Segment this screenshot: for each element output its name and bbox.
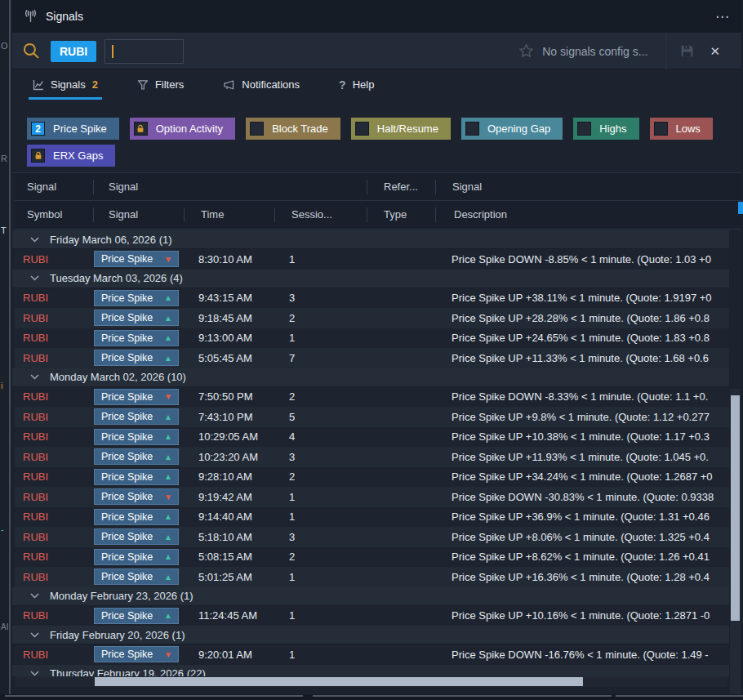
signal-row[interactable]: RUBI Price Spike ▲ 9:14:40 AM 1 Price Sp… [15,507,729,528]
signal-type-chip[interactable]: Price Spike ▼ [94,646,179,662]
date-group-row[interactable]: Thursday February 19, 2026 (22) [12,665,729,677]
symbol-cell[interactable]: RUBI [15,551,91,563]
signal-row[interactable]: RUBI Price Spike ▲ 11:24:45 AM 1 Price S… [15,606,729,626]
signal-row[interactable]: RUBI Price Spike ▲ 5:18:10 AM 3 Price Sp… [15,527,729,547]
date-group-row[interactable]: Monday March 02, 2026 (10) [12,368,729,387]
signal-type-chip[interactable]: Price Spike ▲ [94,469,179,485]
symbol-cell[interactable]: RUBI [15,531,91,543]
signal-type-chip[interactable]: Price Spike ▲ [94,350,179,366]
signal-row[interactable]: RUBI Price Spike ▲ 9:28:10 AM 2 Price Sp… [15,467,729,488]
close-icon[interactable]: ✕ [708,44,732,59]
symbol-cell[interactable]: RUBI [15,470,91,483]
symbol-cell[interactable]: RUBI [15,253,91,265]
date-group-row[interactable]: Tuesday March 03, 2026 (4) [12,270,729,288]
symbol-chip[interactable]: RUBI [51,41,96,62]
filter-chip-erx-gaps[interactable]: ERX Gaps [27,145,115,167]
filter-checkbox[interactable] [577,122,591,136]
symbol-cell[interactable]: RUBI [15,390,91,403]
signal-type-chip[interactable]: Price Spike ▼ [94,488,179,505]
filter-checkbox[interactable] [355,122,369,136]
filter-checkbox[interactable] [250,122,264,136]
signal-row[interactable]: RUBI Price Spike ▲ 7:43:10 PM 5 Price Sp… [15,407,729,427]
signal-type-chip[interactable]: Price Spike ▲ [94,509,179,525]
horizontal-scrollbar[interactable] [15,676,727,687]
window-menu-button[interactable]: ⋯ [715,8,730,25]
date-group-row[interactable]: Friday March 06, 2026 (1) [12,230,729,249]
column-header-symbol[interactable]: Symbol [15,207,94,222]
signal-row[interactable]: RUBI Price Spike ▲ 5:01:25 AM 1 Price Sp… [15,567,729,587]
signal-row[interactable]: RUBI Price Spike ▼ 8:30:10 AM 1 Price Sp… [15,249,729,270]
save-button[interactable] [666,43,708,59]
date-group-row[interactable]: Monday February 23, 2026 (1) [12,587,729,606]
column-header-type[interactable]: Type [367,207,436,222]
vertical-scrollbar[interactable] [730,389,741,700]
symbol-cell[interactable]: RUBI [15,332,91,344]
symbol-cell[interactable]: RUBI [15,292,91,304]
group-header[interactable]: Signal [94,180,367,194]
symbol-cell[interactable]: RUBI [15,312,91,324]
symbol-cell[interactable]: RUBI [15,609,91,622]
column-header-description[interactable]: Description [436,207,741,222]
column-header-signal[interactable]: Signal [94,207,185,222]
tab-filters[interactable]: Filters [137,69,184,100]
signal-type-chip[interactable]: Price Spike ▲ [94,549,179,565]
column-header-session[interactable]: Sessio... [275,207,367,222]
symbol-cell[interactable]: RUBI [15,430,91,443]
chevron-down-icon[interactable] [30,671,39,676]
tab-notifications[interactable]: Notifications [223,69,300,100]
tab-help[interactable]: ? Help [339,69,374,100]
search-input[interactable] [105,39,184,64]
signal-row[interactable]: RUBI Price Spike ▼ 9:20:01 AM 1 Price Sp… [15,644,729,665]
title-bar[interactable]: Signals ⋯ [12,0,741,33]
chevron-down-icon[interactable] [30,237,39,243]
signal-type-chip[interactable]: Price Spike ▲ [94,429,179,445]
chevron-down-icon[interactable] [30,374,39,380]
filter-chip-highs[interactable]: Highs [573,118,638,140]
filter-chip-halt-resume[interactable]: Halt/Resume [351,118,451,140]
symbol-cell[interactable]: RUBI [15,411,91,423]
filter-chip-opening-gap[interactable]: Opening Gap [461,118,563,140]
signal-type-chip[interactable]: Price Spike ▲ [94,408,179,425]
symbol-cell[interactable]: RUBI [15,491,91,503]
signal-type-chip[interactable]: Price Spike ▲ [94,330,179,346]
filter-chip-price-spike[interactable]: 2 Price Spike [27,118,119,140]
symbol-cell[interactable]: RUBI [15,511,91,523]
signal-type-chip[interactable]: Price Spike ▲ [94,290,179,306]
chevron-down-icon[interactable] [30,593,39,599]
symbol-cell[interactable]: RUBI [15,352,91,364]
signal-type-chip[interactable]: Price Spike ▲ [94,448,179,465]
vertical-scrollbar-thumb[interactable] [731,395,740,621]
signal-row[interactable]: RUBI Price Spike ▲ 5:08:15 AM 2 Price Sp… [15,547,729,568]
filter-chip-option-activity[interactable]: Option Activity [130,118,235,140]
tab-signals[interactable]: Signals 2 [33,69,98,100]
signal-type-chip[interactable]: Price Spike ▼ [94,389,179,405]
chevron-down-icon[interactable] [30,632,39,638]
horizontal-scrollbar-thumb[interactable] [95,677,583,686]
signal-type-chip[interactable]: Price Spike ▲ [94,528,179,545]
chevron-down-icon[interactable] [30,275,39,281]
signal-row[interactable]: RUBI Price Spike ▲ 9:13:00 AM 1 Price Sp… [15,328,729,349]
favorite-star-icon[interactable] [518,43,534,59]
lock-icon[interactable] [31,149,45,163]
group-header[interactable]: Signal [436,180,741,194]
filter-count-box[interactable]: 2 [31,122,45,136]
group-header[interactable]: Signal [15,180,94,194]
group-header[interactable]: Refer... [367,180,436,194]
filter-chip-lows[interactable]: Lows [650,118,713,140]
signal-row[interactable]: RUBI Price Spike ▼ 7:50:50 PM 2 Price Sp… [15,387,729,408]
signal-row[interactable]: RUBI Price Spike ▲ 9:18:45 AM 2 Price Sp… [15,308,729,328]
filter-chip-block-trade[interactable]: Block Trade [246,118,340,140]
symbol-cell[interactable]: RUBI [15,451,91,463]
symbol-cell[interactable]: RUBI [15,649,91,661]
column-header-time[interactable]: Time [185,207,275,222]
symbol-cell[interactable]: RUBI [15,571,91,583]
filter-checkbox[interactable] [654,122,668,136]
signal-type-chip[interactable]: Price Spike ▲ [94,310,179,326]
signal-row[interactable]: RUBI Price Spike ▲ 10:23:20 AM 3 Price S… [15,447,729,467]
signal-type-chip[interactable]: Price Spike ▲ [94,608,179,624]
signal-row[interactable]: RUBI Price Spike ▲ 10:29:05 AM 4 Price S… [15,427,729,448]
signal-type-chip[interactable]: Price Spike ▼ [94,251,179,267]
signal-row[interactable]: RUBI Price Spike ▲ 9:43:15 AM 3 Price Sp… [15,288,729,309]
signal-row[interactable]: RUBI Price Spike ▼ 9:19:42 AM 1 Price Sp… [15,487,729,507]
lock-icon[interactable] [134,122,148,136]
